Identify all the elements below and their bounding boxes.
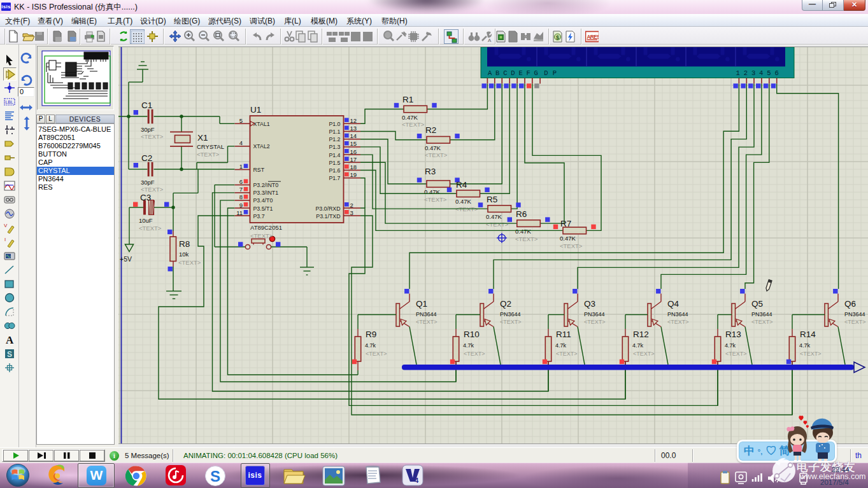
svg-text:PN3644: PN3644 bbox=[844, 311, 865, 317]
svg-text:PN3644: PN3644 bbox=[667, 311, 688, 317]
svg-text:18: 18 bbox=[350, 164, 357, 171]
svg-text:4: 4 bbox=[759, 69, 763, 77]
svg-text:<TEXT>: <TEXT> bbox=[416, 319, 438, 325]
svg-text:4.7k: 4.7k bbox=[725, 342, 736, 349]
svg-text:P3.5/T1: P3.5/T1 bbox=[253, 206, 273, 212]
svg-text:2: 2 bbox=[350, 202, 353, 209]
svg-text:3: 3 bbox=[350, 209, 353, 216]
svg-text:A: A bbox=[6, 334, 14, 345]
svg-text:S: S bbox=[210, 468, 220, 485]
svg-text:<TEXT>: <TEXT> bbox=[560, 242, 583, 249]
svg-text:R7: R7 bbox=[560, 219, 571, 228]
svg-text:10k: 10k bbox=[179, 251, 189, 258]
svg-text:<TEXT>: <TEXT> bbox=[633, 351, 655, 357]
svg-text:5: 5 bbox=[767, 69, 771, 77]
svg-text:4: 4 bbox=[415, 477, 419, 484]
svg-text:<TEXT>: <TEXT> bbox=[197, 151, 220, 158]
svg-text:P1.4: P1.4 bbox=[329, 152, 340, 158]
svg-text:<TEXT>: <TEXT> bbox=[667, 319, 689, 325]
svg-text:13: 13 bbox=[350, 125, 357, 132]
svg-text:0.47K: 0.47K bbox=[424, 188, 440, 195]
svg-text:R9: R9 bbox=[366, 330, 376, 339]
svg-text:R2: R2 bbox=[425, 125, 436, 135]
svg-text:C1: C1 bbox=[141, 101, 152, 110]
svg-text:6: 6 bbox=[775, 69, 779, 77]
svg-text:P1.3: P1.3 bbox=[329, 144, 340, 150]
svg-text:3: 3 bbox=[751, 69, 755, 77]
svg-text:11: 11 bbox=[236, 209, 243, 216]
svg-text:4.7k: 4.7k bbox=[632, 342, 644, 349]
svg-text:C2: C2 bbox=[141, 153, 152, 163]
svg-text:0.47K: 0.47K bbox=[560, 235, 576, 242]
svg-text:16: 16 bbox=[350, 148, 357, 155]
svg-text:LBL: LBL bbox=[5, 100, 13, 104]
svg-text:R13: R13 bbox=[725, 330, 741, 339]
svg-text:R12: R12 bbox=[633, 330, 649, 339]
svg-text:0.47K: 0.47K bbox=[515, 228, 531, 235]
svg-text:R8: R8 bbox=[179, 239, 190, 249]
svg-text:P1.1: P1.1 bbox=[329, 129, 340, 135]
svg-text:$: $ bbox=[556, 34, 559, 41]
svg-text:14: 14 bbox=[350, 132, 357, 139]
svg-text:XTAL2: XTAL2 bbox=[253, 143, 270, 150]
svg-text:0.47K: 0.47K bbox=[455, 198, 471, 205]
svg-text:1: 1 bbox=[239, 163, 243, 170]
svg-text:Q2: Q2 bbox=[500, 299, 511, 309]
svg-text:<TEXT>: <TEXT> bbox=[751, 319, 773, 325]
svg-text:B: B bbox=[495, 69, 499, 77]
svg-text:<TEXT>: <TEXT> bbox=[139, 225, 162, 232]
svg-text:7: 7 bbox=[239, 186, 243, 193]
svg-text:<TEXT>: <TEXT> bbox=[425, 151, 448, 158]
svg-text:<TEXT>: <TEXT> bbox=[584, 319, 606, 325]
svg-text:S: S bbox=[7, 350, 12, 359]
svg-text:R10: R10 bbox=[464, 330, 480, 339]
svg-text:<TEXT>: <TEXT> bbox=[844, 319, 866, 325]
svg-text:4.7k: 4.7k bbox=[463, 342, 474, 349]
svg-text:P1.7: P1.7 bbox=[329, 175, 340, 181]
svg-text:X1: X1 bbox=[197, 133, 208, 143]
svg-text:ARES: ARES bbox=[587, 34, 599, 40]
svg-text:R5: R5 bbox=[487, 195, 497, 204]
svg-text:PN3644: PN3644 bbox=[500, 311, 521, 317]
svg-text:<TEXT>: <TEXT> bbox=[424, 196, 447, 203]
svg-text:2: 2 bbox=[744, 69, 748, 77]
svg-text:17: 17 bbox=[350, 156, 357, 163]
svg-text:I: I bbox=[4, 237, 6, 242]
svg-text:Q3: Q3 bbox=[584, 299, 595, 309]
svg-text:<TEXT>: <TEXT> bbox=[556, 351, 578, 357]
svg-text:U1: U1 bbox=[250, 105, 261, 115]
svg-text:D: D bbox=[544, 69, 548, 77]
svg-text:D: D bbox=[511, 69, 515, 77]
svg-text:P3.4/T0: P3.4/T0 bbox=[253, 197, 273, 204]
svg-text:6: 6 bbox=[239, 178, 243, 185]
svg-text:4.7k: 4.7k bbox=[799, 342, 811, 349]
svg-text:PN3644: PN3644 bbox=[416, 311, 437, 317]
svg-text:<TEXT>: <TEXT> bbox=[486, 221, 509, 228]
svg-text:PN3644: PN3644 bbox=[584, 311, 605, 317]
svg-text:<TEXT>: <TEXT> bbox=[141, 133, 164, 140]
svg-text:C3: C3 bbox=[140, 193, 151, 202]
svg-text:5: 5 bbox=[239, 117, 243, 124]
svg-text:15: 15 bbox=[350, 140, 357, 147]
svg-text:30pF: 30pF bbox=[141, 179, 155, 186]
svg-text:F: F bbox=[527, 69, 530, 77]
svg-text:10uF: 10uF bbox=[139, 217, 153, 224]
svg-text:P3.2/INT0: P3.2/INT0 bbox=[253, 182, 279, 188]
svg-text:P1.2: P1.2 bbox=[329, 136, 340, 143]
svg-text:Q4: Q4 bbox=[667, 299, 679, 309]
svg-text:P3.0/RXD: P3.0/RXD bbox=[315, 206, 340, 212]
svg-text:4.7k: 4.7k bbox=[365, 342, 376, 349]
svg-text:R6: R6 bbox=[516, 209, 527, 219]
svg-text:+5V: +5V bbox=[120, 255, 132, 263]
svg-text:4.7k: 4.7k bbox=[555, 342, 567, 349]
svg-text:A: A bbox=[488, 38, 492, 43]
svg-text:P1.0: P1.0 bbox=[329, 121, 340, 127]
svg-text:R3: R3 bbox=[425, 167, 436, 176]
svg-text:0.47K: 0.47K bbox=[402, 114, 418, 121]
svg-text:<TEXT>: <TEXT> bbox=[800, 351, 822, 357]
svg-text:A: A bbox=[488, 69, 492, 77]
svg-text:V: V bbox=[4, 223, 8, 228]
svg-text:4: 4 bbox=[239, 139, 243, 146]
svg-text:P: P bbox=[553, 69, 557, 77]
svg-text:0.47K: 0.47K bbox=[425, 144, 441, 151]
